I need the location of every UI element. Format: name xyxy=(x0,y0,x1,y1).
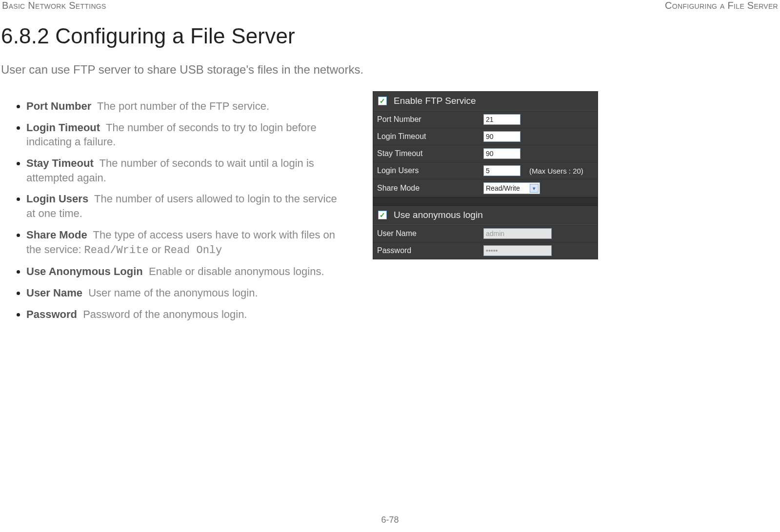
list-item: Stay Timeout The number of seconds to wa… xyxy=(26,156,339,185)
row-password: Password ••••• xyxy=(373,242,598,259)
list-item: Login Users The number of users allowed … xyxy=(26,192,339,220)
desc: Password of the anonymous login. xyxy=(83,308,247,320)
stay-timeout-input[interactable]: 90 xyxy=(483,148,520,159)
list-item: Login Timeout The number of seconds to t… xyxy=(26,120,339,149)
header-right: Configuring a File Server xyxy=(665,0,778,11)
login-timeout-input[interactable]: 90 xyxy=(483,131,520,142)
list-item: Share Mode The type of access users have… xyxy=(26,228,339,257)
share-mode-select[interactable]: Read/Write ▾ xyxy=(483,182,540,194)
content-area: Port Number The port number of the FTP s… xyxy=(0,91,780,328)
desc: Enable or disable anonymous logins. xyxy=(149,265,324,277)
page: Basic Network Settings Configuring a Fil… xyxy=(0,0,780,532)
label-user-name: User Name xyxy=(377,229,480,238)
chevron-down-icon: ▾ xyxy=(530,184,539,193)
ftp-settings-panel: ✓ Enable FTP Service Port Number 21 Logi… xyxy=(373,91,598,259)
anonymous-login-section: ✓ Use anonymous login xyxy=(373,206,598,225)
code: Read Only xyxy=(164,244,222,256)
page-title: 6.8.2 Configuring a File Server xyxy=(1,24,780,48)
term: Use Anonymous Login xyxy=(26,265,143,277)
page-number: 6-78 xyxy=(0,515,780,525)
term: Port Number xyxy=(26,100,91,112)
label-stay-timeout: Stay Timeout xyxy=(377,149,480,158)
term: Login Users xyxy=(26,193,88,205)
label-login-users: Login Users xyxy=(377,166,480,175)
list-item: Password Password of the anonymous login… xyxy=(26,307,339,322)
running-header: Basic Network Settings Configuring a Fil… xyxy=(0,0,780,11)
row-user-name: User Name admin xyxy=(373,225,598,242)
code: Read/Write xyxy=(84,244,149,256)
label-password: Password xyxy=(377,246,480,255)
password-input[interactable]: ••••• xyxy=(483,245,552,256)
enable-ftp-checkbox[interactable]: ✓ xyxy=(378,97,387,105)
share-mode-value: Read/Write xyxy=(486,184,520,192)
desc-mid: or xyxy=(149,243,164,256)
term: Login Timeout xyxy=(26,121,100,134)
user-name-input[interactable]: admin xyxy=(483,228,552,239)
row-stay-timeout: Stay Timeout 90 xyxy=(373,145,598,162)
login-users-note: (Max Users : 20) xyxy=(529,167,583,175)
intro-text: User can use FTP server to share USB sto… xyxy=(1,63,780,77)
panel-divider xyxy=(373,197,598,206)
row-port-number: Port Number 21 xyxy=(373,111,598,128)
desc: User name of the anonymous login. xyxy=(88,287,258,299)
definition-list: Port Number The port number of the FTP s… xyxy=(7,96,339,328)
term: User Name xyxy=(26,287,82,299)
list-item: Use Anonymous Login Enable or disable an… xyxy=(26,264,339,279)
row-login-timeout: Login Timeout 90 xyxy=(373,128,598,145)
enable-ftp-label: Enable FTP Service xyxy=(394,96,476,106)
port-number-input[interactable]: 21 xyxy=(483,114,520,125)
term: Password xyxy=(26,308,77,320)
row-login-users: Login Users 5 (Max Users : 20) xyxy=(373,162,598,179)
list-item: User Name User name of the anonymous log… xyxy=(26,286,339,300)
enable-ftp-section: ✓ Enable FTP Service xyxy=(373,92,598,111)
desc: The port number of the FTP service. xyxy=(97,100,269,112)
term: Share Mode xyxy=(26,229,87,241)
list-item: Port Number The port number of the FTP s… xyxy=(26,99,339,114)
anonymous-login-checkbox[interactable]: ✓ xyxy=(378,211,387,219)
term: Stay Timeout xyxy=(26,157,94,169)
login-users-input[interactable]: 5 xyxy=(483,165,520,176)
label-port-number: Port Number xyxy=(377,115,480,124)
row-share-mode: Share Mode Read/Write ▾ xyxy=(373,179,598,197)
label-share-mode: Share Mode xyxy=(377,184,480,193)
anonymous-login-label: Use anonymous login xyxy=(394,210,483,220)
header-left: Basic Network Settings xyxy=(2,0,106,11)
label-login-timeout: Login Timeout xyxy=(377,132,480,141)
